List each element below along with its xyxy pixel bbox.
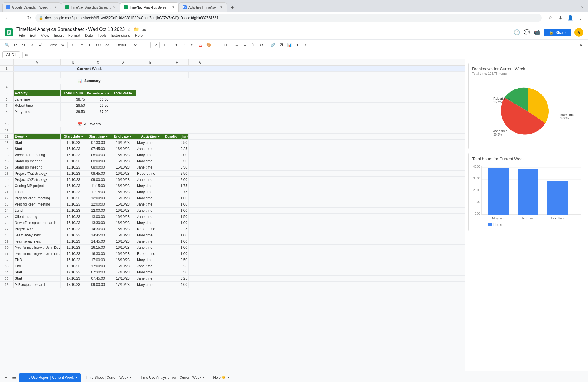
tab-analysis-tool[interactable]: Time Use Analysis Tool | Current Week ▾ (136, 373, 208, 382)
history-icon[interactable]: 🕐 (514, 29, 520, 36)
sheets-logo (5, 28, 13, 36)
align-button[interactable]: ≡ (233, 41, 240, 49)
user-avatar[interactable]: A (574, 28, 583, 37)
col-header-b[interactable]: B (61, 59, 86, 66)
sheets-title-area: TimeNavi Analytics Spreadsheet - Wed Oct… (16, 26, 146, 38)
menu-file[interactable]: File (16, 33, 27, 38)
tab-google-calendar[interactable]: Google Calendar - Week of M... ✕ (2, 2, 61, 12)
strikethrough-button[interactable]: S (189, 41, 196, 49)
share-button[interactable]: 🔒 Share (544, 29, 571, 36)
number-format-button[interactable]: 123 (103, 41, 110, 49)
tab-timenavi-activities[interactable]: TN Activities | TimeNavi ✕ (179, 2, 227, 12)
tab-time-sheet-arrow[interactable]: ▾ (130, 376, 131, 379)
bold-button[interactable]: B (172, 41, 179, 49)
bookmark-icon[interactable]: ☆ (546, 14, 554, 22)
tab-close-icon[interactable]: ✕ (113, 5, 116, 9)
new-tab-button[interactable]: + (228, 4, 236, 12)
fx-label: fx (25, 52, 28, 57)
undo-button[interactable]: ↩ (12, 41, 19, 49)
tab-close-icon[interactable]: ✕ (171, 5, 175, 9)
menu-insert[interactable]: Insert (51, 33, 66, 38)
font-size-box[interactable]: 12 (150, 42, 160, 48)
decrease-decimal-button[interactable]: .0 (86, 41, 93, 49)
download-icon[interactable]: ⬇ (556, 14, 564, 22)
search-toolbar-btn[interactable]: 🔍 (4, 41, 11, 49)
reload-button[interactable]: ↻ (25, 14, 33, 22)
back-button[interactable]: ← (4, 14, 12, 22)
tab-help[interactable]: Help 🤝 ▾ (209, 373, 233, 382)
image-button[interactable]: 🖼 (278, 41, 285, 49)
cell-reference-box[interactable]: A1:D1 (2, 51, 20, 58)
increase-decimal-button[interactable]: .00 (94, 41, 101, 49)
paint-format-button[interactable]: 🖌 (36, 41, 44, 49)
forward-button[interactable]: → (14, 14, 22, 22)
rotate-button[interactable]: ↺ (258, 41, 265, 49)
profile-icon[interactable]: 👤 (566, 14, 574, 22)
table-row: 5 Activity Total Hours Percentage of ti … (0, 90, 465, 96)
italic-button[interactable]: I (181, 41, 188, 49)
legend-color-hours (488, 223, 492, 226)
menu-help[interactable]: Help (132, 33, 145, 38)
folder-icon[interactable]: 📁 (133, 26, 139, 32)
tab-time-sheet[interactable]: Time Sheet | Current Week ▾ (82, 373, 136, 382)
menu-data[interactable]: Data (83, 33, 95, 38)
menu-tools[interactable]: Tools (95, 33, 109, 38)
tab-close-icon[interactable]: ✕ (54, 5, 57, 9)
increase-font-button[interactable]: + (161, 41, 168, 49)
comment-icon[interactable]: 💬 (524, 29, 530, 36)
share-label: Share (555, 30, 566, 35)
col-header-c[interactable]: C (86, 59, 110, 66)
table-row: 8 Mary time 39.50 37.00 (0, 109, 465, 115)
redo-button[interactable]: ↪ (20, 41, 27, 49)
star-icon[interactable]: ☆ (127, 26, 131, 32)
chart-button[interactable]: 📊 (286, 41, 293, 49)
function-button[interactable]: Σ (302, 41, 309, 49)
decrease-font-button[interactable]: – (142, 41, 149, 49)
current-week-cell[interactable]: Current Week (14, 66, 165, 71)
zoom-select[interactable]: 85%100%75% (48, 42, 65, 48)
tab-analysis-tool-arrow[interactable]: ▾ (203, 376, 204, 379)
menu-view[interactable]: View (39, 33, 51, 38)
percent-button[interactable]: % (78, 41, 85, 49)
col-headers: A B C D E F G (0, 59, 465, 66)
tabs-more-button[interactable]: ⌄ (579, 2, 586, 9)
tab-timenavi-2-active[interactable]: TimeNavi Analytics Spreadshe... ✕ (120, 2, 179, 12)
total-hours-col-header: Total Hours (61, 90, 86, 96)
valign-button[interactable]: ⇕ (241, 41, 248, 49)
menu-extensions[interactable]: Extensions (109, 33, 133, 38)
print-button[interactable]: 🖨 (28, 41, 35, 49)
col-header-f[interactable]: F (165, 59, 189, 66)
tab-time-use-report[interactable]: Time Use Report | Current Week ▾ (19, 373, 81, 382)
text-color-button[interactable]: A (197, 41, 204, 49)
col-header-d[interactable]: D (110, 59, 136, 66)
col-header-e[interactable]: E (136, 59, 165, 66)
menu-edit[interactable]: Edit (27, 33, 39, 38)
tab-help-arrow[interactable]: ▾ (228, 376, 229, 379)
col-header-a[interactable]: A (14, 59, 61, 66)
more-options-icon[interactable]: ⋮ (576, 14, 584, 22)
wrap-button[interactable]: ⤵ (250, 41, 257, 49)
formula-input[interactable] (30, 51, 586, 58)
tab-close-icon[interactable]: ✕ (219, 5, 223, 9)
filter-button[interactable]: ▼ (294, 41, 301, 49)
borders-button[interactable]: ⊞ (213, 41, 220, 49)
cloud-icon[interactable]: ☁ (142, 26, 146, 32)
bar-jane (518, 169, 538, 215)
video-icon[interactable]: 📹 (534, 29, 540, 36)
add-sheet-button[interactable]: + (2, 374, 9, 381)
toolbar-collapse[interactable]: ∧ (577, 41, 584, 49)
address-bar[interactable]: 🔒 docs.google.com/spreadsheets/d/1ivcd2j… (35, 14, 542, 22)
tab-time-use-report-arrow[interactable]: ▾ (76, 376, 77, 379)
menu-format[interactable]: Format (66, 33, 83, 38)
font-select[interactable]: Default... (114, 42, 138, 48)
lock-icon: 🔒 (39, 16, 43, 20)
merge-button[interactable]: ⊡ (222, 41, 229, 49)
currency-button[interactable]: $ (70, 41, 77, 49)
sheets-list-button[interactable]: ☰ (11, 374, 18, 381)
link-button[interactable]: 🔗 (269, 41, 276, 49)
table-row: 24Lunch16/10/2312:00:0016/10/23Jane time… (0, 208, 465, 214)
tab-timenavi-1[interactable]: TimeNavi Analytics Spreadshe... ✕ (61, 2, 120, 12)
highlight-color-button[interactable]: 🎨 (205, 41, 212, 49)
col-header-g[interactable]: G (189, 59, 212, 66)
activity-col-header: Activity (14, 90, 61, 96)
